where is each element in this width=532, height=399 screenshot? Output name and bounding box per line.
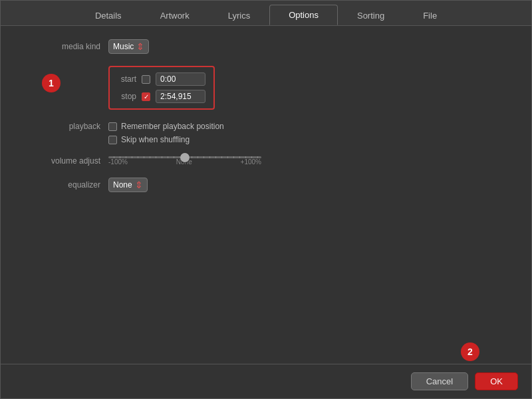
start-checkbox[interactable]	[142, 75, 150, 84]
footer: Cancel OK	[1, 364, 531, 398]
volume-slider-track[interactable]	[108, 156, 261, 158]
skip-shuffle-label: Skip when shuffling	[121, 135, 190, 144]
remember-playback-row: Remember playback position	[108, 122, 224, 131]
media-kind-row: media kind Music ⇕	[27, 39, 505, 54]
stop-label: stop	[118, 92, 136, 101]
playback-options: Remember playback position Skip when shu…	[108, 122, 224, 144]
volume-min-label: -100%	[108, 158, 128, 166]
skip-shuffle-checkbox[interactable]	[108, 136, 117, 144]
tab-sorting[interactable]: Sorting	[338, 5, 404, 25]
volume-max-label: +100%	[241, 158, 261, 166]
equalizer-arrow-icon: ⇕	[135, 180, 143, 190]
media-kind-value: Music	[113, 42, 134, 51]
media-kind-arrow-icon: ⇕	[136, 42, 144, 51]
remember-playback-label: Remember playback position	[121, 122, 224, 131]
stop-input[interactable]	[156, 90, 205, 103]
badge-1: 1	[42, 74, 61, 92]
slider-track-row	[108, 156, 261, 158]
stop-row: stop ✓	[118, 90, 205, 103]
start-stop-row: start stop ✓	[27, 66, 505, 110]
equalizer-row: equalizer None ⇕	[27, 178, 505, 192]
start-stop-box: start stop ✓	[108, 66, 215, 110]
playback-label: playback	[27, 122, 100, 131]
start-input[interactable]	[156, 72, 205, 86]
skip-shuffle-row: Skip when shuffling	[108, 135, 224, 144]
equalizer-value: None	[113, 180, 132, 190]
media-kind-select[interactable]: Music ⇕	[108, 39, 149, 54]
tab-file[interactable]: File	[404, 5, 456, 25]
tab-artwork[interactable]: Artwork	[141, 5, 209, 25]
volume-row: volume adjust -100% None +100%	[27, 156, 505, 166]
start-label: start	[118, 74, 136, 84]
equalizer-label: equalizer	[27, 180, 100, 190]
volume-slider-thumb[interactable]	[180, 153, 190, 162]
playback-row: playback Remember playback position Skip…	[27, 122, 505, 144]
tab-lyrics[interactable]: Lyrics	[209, 5, 269, 25]
volume-label: volume adjust	[27, 156, 100, 166]
tab-bar: Details Artwork Lyrics Options Sorting F…	[1, 1, 531, 26]
media-kind-label: media kind	[27, 42, 100, 51]
tab-options[interactable]: Options	[269, 5, 338, 25]
volume-adjust-wrapper: -100% None +100%	[108, 156, 261, 166]
cancel-button[interactable]: Cancel	[411, 372, 468, 390]
dialog: Details Artwork Lyrics Options Sorting F…	[0, 0, 532, 399]
content-area: media kind Music ⇕ start stop ✓	[1, 26, 531, 364]
badge-2: 2	[461, 342, 479, 361]
start-row: start	[118, 72, 205, 86]
equalizer-select[interactable]: None ⇕	[108, 178, 148, 192]
ok-button[interactable]: OK	[475, 372, 518, 390]
stop-checkbox[interactable]: ✓	[142, 92, 150, 101]
remember-playback-checkbox[interactable]	[108, 122, 117, 131]
tab-details[interactable]: Details	[76, 5, 141, 25]
